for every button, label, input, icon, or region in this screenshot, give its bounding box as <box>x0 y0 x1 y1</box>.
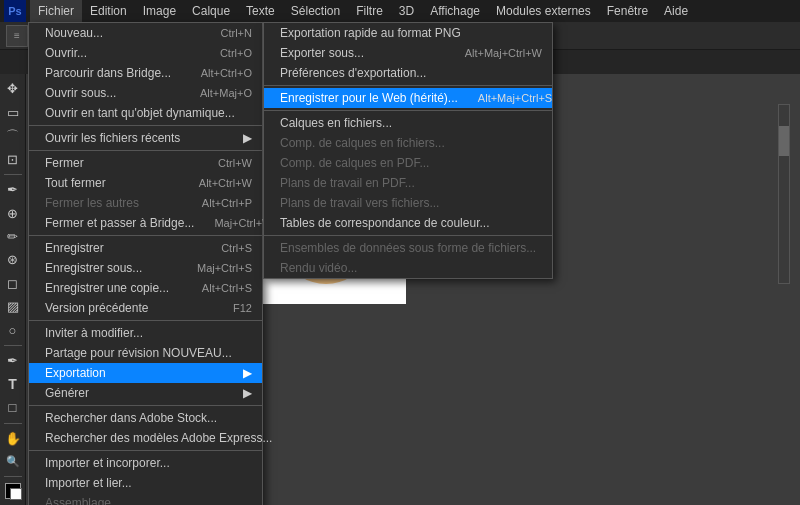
menu-bar: Ps Fichier Edition Image Calque Texte Sé… <box>0 0 800 22</box>
canvas-scrollbar-v[interactable] <box>778 104 790 284</box>
menu-importer[interactable]: Importer et incorporer... <box>29 453 262 473</box>
menu-affichage[interactable]: Affichage <box>422 0 488 22</box>
menu-partage[interactable]: Partage pour révision NOUVEAU... <box>29 343 262 363</box>
menu-tables-correspondance[interactable]: Tables de correspondance de couleur... <box>264 213 552 233</box>
menu-modules[interactable]: Modules externes <box>488 0 599 22</box>
tool-shape[interactable]: □ <box>2 397 24 418</box>
menu-ouvrir[interactable]: Ouvrir... Ctrl+O <box>29 43 262 63</box>
tool-move[interactable]: ✥ <box>2 78 24 99</box>
menu-image[interactable]: Image <box>135 0 184 22</box>
tool-eraser[interactable]: ◻ <box>2 273 24 294</box>
menu-calque[interactable]: Calque <box>184 0 238 22</box>
dd-sep1 <box>29 125 262 126</box>
menu-selection[interactable]: Sélection <box>283 0 348 22</box>
tool-brush[interactable]: ✏ <box>2 226 24 247</box>
menu-assemblage: Assemblage... <box>29 493 262 505</box>
dd-sep6 <box>29 450 262 451</box>
menu-preferences-export[interactable]: Préférences d'exportation... <box>264 63 552 83</box>
tool-sep3 <box>4 423 22 424</box>
menu-fenetre[interactable]: Fenêtre <box>599 0 656 22</box>
fichier-dropdown: Nouveau... Ctrl+N Ouvrir... Ctrl+O Parco… <box>28 22 263 505</box>
dd-sep5 <box>29 405 262 406</box>
tool-lasso[interactable]: ⌒ <box>2 125 24 146</box>
background-color[interactable] <box>10 488 22 500</box>
menu-importer-lier[interactable]: Importer et lier... <box>29 473 262 493</box>
menu-plans-travail-pdf: Plans de travail en PDF... <box>264 173 552 193</box>
menu-calques-fichiers[interactable]: Calques en fichiers... <box>264 113 552 133</box>
menu-aide[interactable]: Aide <box>656 0 696 22</box>
exp-sep3 <box>264 235 552 236</box>
menu-enregistrer[interactable]: Enregistrer Ctrl+S <box>29 238 262 258</box>
menu-texte[interactable]: Texte <box>238 0 283 22</box>
menu-fichiers-recents[interactable]: Ouvrir les fichiers récents ▶ <box>29 128 262 148</box>
tool-eyedropper[interactable]: ✒ <box>2 179 24 200</box>
tool-hand[interactable]: ✋ <box>2 427 24 448</box>
tool-pen[interactable]: ✒ <box>2 350 24 371</box>
exp-sep2 <box>264 110 552 111</box>
foreground-color[interactable] <box>5 483 21 499</box>
menu-fermer[interactable]: Fermer Ctrl+W <box>29 153 262 173</box>
dd-sep3 <box>29 235 262 236</box>
menu-nouveau[interactable]: Nouveau... Ctrl+N <box>29 23 262 43</box>
tool-dodge[interactable]: ○ <box>2 320 24 341</box>
scrollbar-thumb-v[interactable] <box>779 126 789 156</box>
menu-exporter-sous[interactable]: Exporter sous... Alt+Maj+Ctrl+W <box>264 43 552 63</box>
dd-sep4 <box>29 320 262 321</box>
menu-exportation[interactable]: Exportation ▶ <box>29 363 262 383</box>
menu-parcourir[interactable]: Parcourir dans Bridge... Alt+Ctrl+O <box>29 63 262 83</box>
menu-ouvrir-objet[interactable]: Ouvrir en tant qu'objet dynamique... <box>29 103 262 123</box>
tool-clone[interactable]: ⊛ <box>2 249 24 270</box>
exportation-dropdown: Exportation rapide au format PNG Exporte… <box>263 22 553 279</box>
menu-fermer-autres: Fermer les autres Alt+Ctrl+P <box>29 193 262 213</box>
tools-panel: ✥ ▭ ⌒ ⊡ ✒ ⊕ ✏ ⊛ ◻ ▨ ○ ✒ T □ ✋ 🔍 <box>0 74 26 505</box>
menu-inviter[interactable]: Inviter à modifier... <box>29 323 262 343</box>
menu-export-rapide[interactable]: Exportation rapide au format PNG <box>264 23 552 43</box>
menu-ensembles-donnees: Ensembles de données sous forme de fichi… <box>264 238 552 258</box>
menu-fermer-bridge[interactable]: Fermer et passer à Bridge... Maj+Ctrl+W <box>29 213 262 233</box>
menu-rechercher-modeles[interactable]: Rechercher des modèles Adobe Express... <box>29 428 262 448</box>
tool-patch[interactable]: ⊕ <box>2 202 24 223</box>
menu-version-precedente[interactable]: Version précédente F12 <box>29 298 262 318</box>
menu-enregistrer-copie[interactable]: Enregistrer une copie... Alt+Ctrl+S <box>29 278 262 298</box>
menu-ouvrir-sous[interactable]: Ouvrir sous... Alt+Maj+O <box>29 83 262 103</box>
menu-enregistrer-sous[interactable]: Enregistrer sous... Maj+Ctrl+S <box>29 258 262 278</box>
menu-tout-fermer[interactable]: Tout fermer Alt+Ctrl+W <box>29 173 262 193</box>
tool-zoom[interactable]: 🔍 <box>2 451 24 472</box>
menu-filtre[interactable]: Filtre <box>348 0 391 22</box>
menu-generer[interactable]: Générer ▶ <box>29 383 262 403</box>
menu-rechercher-stock[interactable]: Rechercher dans Adobe Stock... <box>29 408 262 428</box>
tool-gradient[interactable]: ▨ <box>2 296 24 317</box>
menu-3d[interactable]: 3D <box>391 0 422 22</box>
menu-plans-travail-fichiers: Plans de travail vers fichiers... <box>264 193 552 213</box>
tool-crop[interactable]: ⊡ <box>2 148 24 169</box>
menu-enregistrer-web[interactable]: Enregistrer pour le Web (hérité)... Alt+… <box>264 88 552 108</box>
menu-rendu-video: Rendu vidéo... <box>264 258 552 278</box>
menu-fichier[interactable]: Fichier <box>30 0 82 22</box>
dd-sep2 <box>29 150 262 151</box>
tool-sep2 <box>4 345 22 346</box>
menu-comp-calques-pdf: Comp. de calques en PDF... <box>264 153 552 173</box>
tool-sep1 <box>4 174 22 175</box>
toolbar-icon1: ≡ <box>6 25 28 47</box>
exp-sep1 <box>264 85 552 86</box>
tool-sep4 <box>4 476 22 477</box>
tool-text[interactable]: T <box>2 374 24 395</box>
app-logo: Ps <box>4 0 26 22</box>
menu-edition[interactable]: Edition <box>82 0 135 22</box>
tool-rect-select[interactable]: ▭ <box>2 101 24 122</box>
menu-comp-calques: Comp. de calques en fichiers... <box>264 133 552 153</box>
